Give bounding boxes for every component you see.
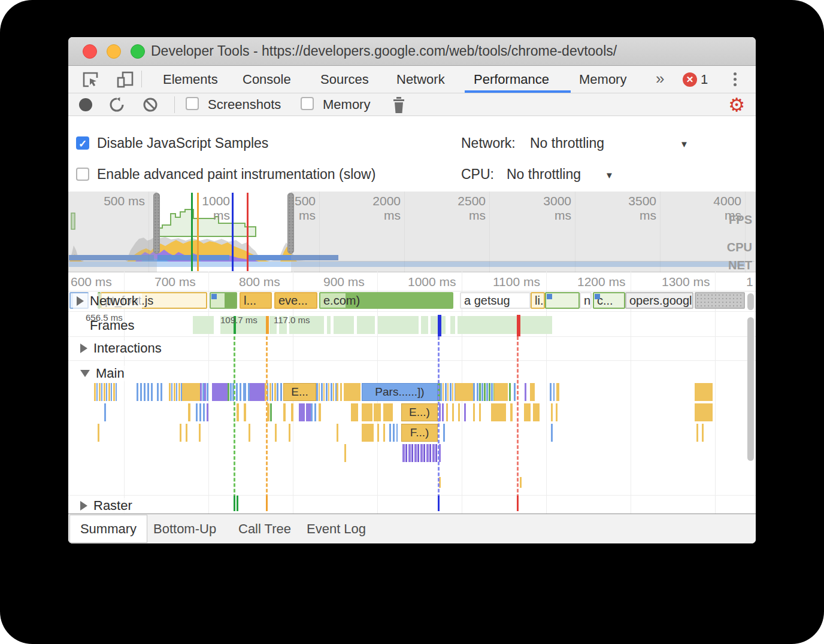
flame-bar[interactable] xyxy=(157,383,164,401)
flame-bar[interactable] xyxy=(199,424,201,442)
flame-bar[interactable] xyxy=(556,383,559,401)
flame-bar[interactable] xyxy=(196,403,205,421)
trash-icon[interactable] xyxy=(392,97,406,114)
flame-bar[interactable] xyxy=(377,424,379,442)
flame-bar[interactable] xyxy=(180,424,181,442)
track-main[interactable]: Main xyxy=(77,366,128,381)
track-raster[interactable]: Raster xyxy=(77,498,136,514)
frame-bar[interactable] xyxy=(334,316,354,334)
network-request-bar[interactable]: c... xyxy=(593,292,625,309)
network-request-bar[interactable] xyxy=(545,292,580,309)
frame-bar[interactable] xyxy=(193,316,214,334)
tab-network[interactable]: Network xyxy=(396,66,445,93)
flame-bar[interactable] xyxy=(362,403,372,421)
flame-bar[interactable] xyxy=(182,383,200,401)
customize-menu-icon[interactable] xyxy=(734,72,737,89)
flame-bar[interactable] xyxy=(98,424,99,442)
flame-bar[interactable] xyxy=(402,444,437,462)
flame-bar[interactable]: Pars......]) xyxy=(362,383,438,401)
flame-bar[interactable] xyxy=(250,383,265,401)
cpu-select-arrow-icon[interactable]: ▼ xyxy=(605,170,614,180)
flame-bar[interactable] xyxy=(443,424,445,442)
screenshots-checkbox[interactable] xyxy=(186,97,199,110)
cpu-throttle-select[interactable]: No throttling xyxy=(507,166,581,183)
frame-bar[interactable] xyxy=(357,316,375,334)
flame-bar[interactable] xyxy=(520,477,522,488)
track-frames[interactable]: Frames xyxy=(86,318,138,333)
frame-bar[interactable] xyxy=(421,316,428,334)
flame-bar[interactable] xyxy=(249,424,250,442)
error-badge-icon[interactable]: ✕ xyxy=(683,72,697,87)
flame-bar[interactable] xyxy=(186,424,187,442)
tab-console[interactable]: Console xyxy=(243,66,291,93)
flame-bar[interactable] xyxy=(319,403,321,421)
flame-bar[interactable] xyxy=(345,383,360,401)
track-interactions[interactable]: Interactions xyxy=(77,341,165,356)
flame-bar[interactable] xyxy=(337,383,345,401)
flame-bar[interactable] xyxy=(228,383,232,401)
flame-bar[interactable]: E...) xyxy=(401,403,438,421)
tab-call-tree[interactable]: Call Tree xyxy=(238,515,291,543)
flame-bar[interactable] xyxy=(200,383,208,401)
device-toolbar-icon[interactable] xyxy=(116,71,134,89)
flame-bar[interactable] xyxy=(525,383,526,401)
flame-bar[interactable] xyxy=(237,403,239,421)
flame-bar[interactable] xyxy=(696,424,698,442)
more-tabs-icon[interactable]: » xyxy=(656,66,664,93)
flame-bar[interactable] xyxy=(283,403,286,421)
flame-bar[interactable] xyxy=(509,383,511,401)
minimize-window-button[interactable] xyxy=(107,44,121,59)
flame-bar[interactable] xyxy=(275,424,277,442)
flame-bar[interactable] xyxy=(479,403,481,421)
tab-summary[interactable]: Summary xyxy=(69,515,147,543)
flame-bar[interactable] xyxy=(389,424,398,442)
tab-memory[interactable]: Memory xyxy=(579,66,626,93)
flame-bar[interactable] xyxy=(337,424,338,442)
selection-handle-left[interactable] xyxy=(153,193,160,254)
flame-bar[interactable] xyxy=(695,383,713,401)
memory-checkbox[interactable] xyxy=(301,97,314,110)
network-request-bar[interactable]: l... xyxy=(240,292,272,309)
track-network[interactable]: Network xyxy=(73,293,142,309)
network-throttle-select[interactable]: No throttling xyxy=(530,135,604,151)
flame-bar[interactable]: F...) xyxy=(401,424,438,442)
flame-bar[interactable] xyxy=(473,403,475,421)
frame-bar[interactable] xyxy=(378,316,419,334)
disable-js-samples-checkbox[interactable]: ✓ xyxy=(76,136,89,150)
capture-settings-gear-icon[interactable]: ⚙ xyxy=(728,93,745,116)
tab-performance[interactable]: Performance xyxy=(474,66,549,93)
network-request-bar[interactable]: opers.google.com) xyxy=(625,292,693,309)
flame-bar[interactable] xyxy=(344,444,346,462)
network-request-bar[interactable] xyxy=(210,292,237,309)
network-select-arrow-icon[interactable]: ▼ xyxy=(680,139,689,149)
flame-bar[interactable] xyxy=(244,403,246,421)
flame-bar[interactable] xyxy=(212,383,228,401)
flame-bar[interactable]: E... xyxy=(283,383,316,401)
flame-bar[interactable] xyxy=(104,403,106,421)
network-request-bar[interactable]: e.com) xyxy=(319,292,453,309)
expand-raster-icon[interactable] xyxy=(80,501,87,511)
expand-interactions-icon[interactable] xyxy=(80,344,87,353)
zoom-window-button[interactable] xyxy=(131,44,145,59)
flame-bar[interactable] xyxy=(351,403,358,421)
flame-bar[interactable] xyxy=(137,383,153,401)
reload-icon[interactable] xyxy=(109,97,125,113)
flame-bar[interactable] xyxy=(316,383,337,401)
network-request-bar[interactable] xyxy=(695,292,745,309)
collapse-main-icon[interactable] xyxy=(80,370,90,377)
flame-bar[interactable] xyxy=(383,424,385,442)
error-count[interactable]: 1 xyxy=(701,66,708,93)
timeline-overview[interactable]: 500 ms1000 ms1500 ms2000 ms2500 ms3000 m… xyxy=(68,192,756,272)
network-request-bar[interactable]: a getsug xyxy=(460,292,531,309)
flame-bar[interactable] xyxy=(207,403,208,421)
flame-bar[interactable] xyxy=(530,383,535,401)
flame-bar[interactable] xyxy=(291,403,293,421)
flame-bar[interactable] xyxy=(442,403,444,421)
flame-bar[interactable] xyxy=(550,383,555,401)
tab-bottom-up[interactable]: Bottom-Up xyxy=(153,515,216,543)
frame-bar[interactable] xyxy=(450,316,455,334)
flame-bar[interactable] xyxy=(299,403,305,421)
advanced-paint-checkbox[interactable] xyxy=(76,168,89,181)
flame-bar[interactable] xyxy=(383,403,393,421)
flame-bar[interactable] xyxy=(289,424,290,442)
